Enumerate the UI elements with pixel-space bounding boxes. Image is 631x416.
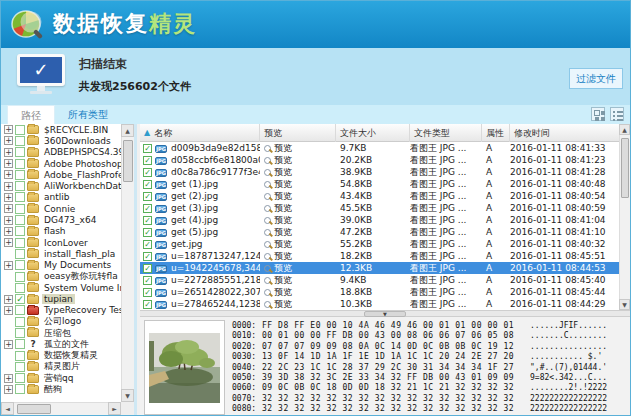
file-row[interactable]: ✓ JPG d058ccbf6e81800a0... 预览 20.2KB 看图王…: [140, 154, 619, 166]
sidebar-folder-item[interactable]: + Adobe_FlashProfes: [1, 169, 121, 180]
sidebar-horizontal-scrollbar[interactable]: ◄ ►: [1, 402, 121, 415]
sidebar-folder-item[interactable]: + $RECYCLE.BIN: [1, 124, 121, 135]
folder-checkbox[interactable]: [15, 362, 25, 372]
folder-checkbox[interactable]: [15, 384, 25, 394]
expand-icon[interactable]: +: [4, 204, 13, 213]
file-row[interactable]: ✓ JPG u=2651428022,3070... 预览 18.8KB 看图王…: [140, 286, 619, 298]
folder-checkbox[interactable]: [15, 272, 25, 282]
list-view-icon[interactable]: [610, 107, 624, 121]
file-row[interactable]: ✓ JPG u=278465244,12382... 预览 10.3KB 看图王…: [140, 298, 619, 310]
file-row[interactable]: ✓ JPG get (4).jpg 预览 39.0KB 看图王 JPG ... …: [140, 214, 619, 226]
column-header-size[interactable]: 文件大小: [336, 124, 410, 142]
file-checkbox[interactable]: ✓: [143, 204, 152, 213]
file-checkbox[interactable]: ✓: [143, 276, 152, 285]
folder-checkbox[interactable]: [15, 238, 25, 248]
scroll-up-icon[interactable]: ▲: [121, 124, 134, 137]
folder-checkbox[interactable]: [15, 147, 25, 157]
expand-icon[interactable]: +: [4, 261, 13, 270]
scrollbar-thumb[interactable]: [17, 404, 51, 414]
file-checkbox[interactable]: ✓: [143, 252, 152, 261]
file-row[interactable]: ✓ JPG get (1).jpg 预览 54.8KB 看图王 JPG ... …: [140, 178, 619, 190]
sidebar-folder-item[interactable]: + 酷狗: [1, 384, 121, 395]
minimize-button[interactable]: [558, 5, 574, 19]
scrollbar-thumb[interactable]: [621, 138, 629, 198]
file-checkbox[interactable]: ✓: [143, 156, 152, 165]
folder-checkbox[interactable]: [15, 339, 25, 349]
expand-icon[interactable]: +: [4, 295, 13, 304]
scroll-down-icon[interactable]: ▼: [121, 389, 134, 402]
folder-checkbox[interactable]: [15, 305, 25, 315]
sidebar-folder-item[interactable]: + antlib: [1, 192, 121, 203]
grid-view-icon[interactable]: [591, 107, 605, 121]
expand-icon[interactable]: +: [4, 385, 13, 394]
expand-icon[interactable]: +: [4, 159, 13, 168]
sidebar-folder-item[interactable]: + Adobe Photoshop (: [1, 158, 121, 169]
scroll-down-icon[interactable]: ▼: [619, 299, 630, 310]
sidebar-folder-item[interactable]: + AliWorkbenchData: [1, 180, 121, 191]
file-row[interactable]: ✓ JPG d009b3da9e82d1584... 预览 9.7KB 看图王 …: [140, 142, 619, 154]
file-row[interactable]: ✓ JPG u=1942245678,3443... 预览 12.3KB 看图王…: [140, 262, 619, 274]
sidebar-vertical-scrollbar[interactable]: ▲ ▼: [121, 124, 134, 402]
folder-checkbox[interactable]: [15, 283, 25, 293]
expand-icon[interactable]: +: [4, 374, 13, 383]
folder-checkbox[interactable]: [15, 260, 25, 270]
column-header-attr[interactable]: 属性: [482, 124, 510, 142]
column-header-preview[interactable]: 预览: [260, 124, 336, 142]
tab-all-types[interactable]: 所有类型: [57, 105, 119, 124]
scroll-up-icon[interactable]: ▲: [619, 124, 630, 135]
sidebar-folder-item[interactable]: System Volume Inf: [1, 282, 121, 293]
expand-icon[interactable]: +: [4, 238, 13, 247]
sidebar-folder-item[interactable]: + IconLover: [1, 237, 121, 248]
expand-icon[interactable]: +: [4, 193, 13, 202]
file-checkbox[interactable]: ✓: [143, 264, 152, 273]
folder-checkbox[interactable]: [15, 351, 25, 361]
folder-checkbox[interactable]: [15, 125, 25, 135]
folder-checkbox[interactable]: [15, 170, 25, 180]
file-checkbox[interactable]: ✓: [143, 300, 152, 309]
sidebar-folder-item[interactable]: install_flash_pla: [1, 248, 121, 259]
sidebar-folder-item[interactable]: + flash: [1, 226, 121, 237]
folder-checkbox[interactable]: [15, 373, 25, 383]
table-vertical-scrollbar[interactable]: ▲ ▼: [619, 124, 630, 310]
expand-icon[interactable]: +: [4, 182, 13, 191]
file-row[interactable]: ✓ JPG get (3).jpg 预览 45.5KB 看图王 JPG ... …: [140, 202, 619, 214]
expand-icon[interactable]: +: [4, 340, 13, 349]
folder-checkbox[interactable]: [15, 136, 25, 146]
sidebar-folder-item[interactable]: + Connie: [1, 203, 121, 214]
file-checkbox[interactable]: ✓: [143, 240, 152, 249]
sidebar-folder-item[interactable]: oeasy教你玩转fla: [1, 271, 121, 282]
scrollbar-thumb[interactable]: [123, 140, 133, 182]
maximize-button[interactable]: [582, 5, 598, 19]
scroll-right-icon[interactable]: ►: [108, 402, 121, 415]
filter-files-button[interactable]: 过滤文件: [569, 68, 623, 89]
folder-checkbox[interactable]: [15, 226, 25, 236]
column-header-type[interactable]: 文件类型: [410, 124, 482, 142]
file-checkbox[interactable]: ✓: [143, 144, 152, 153]
folder-checkbox[interactable]: ✓: [15, 294, 25, 304]
scroll-left-icon[interactable]: ◄: [1, 402, 14, 415]
file-checkbox[interactable]: ✓: [143, 216, 152, 225]
expand-icon[interactable]: +: [4, 227, 13, 236]
folder-checkbox[interactable]: [15, 328, 25, 338]
sidebar-folder-item[interactable]: + 360Downloads: [1, 135, 121, 146]
folder-checkbox[interactable]: [15, 215, 25, 225]
expand-icon[interactable]: +: [4, 216, 13, 225]
sidebar-folder-item[interactable]: + ADBEPHSPCS4.3940G: [1, 147, 121, 158]
expand-icon[interactable]: +: [4, 148, 13, 157]
file-checkbox[interactable]: ✓: [143, 192, 152, 201]
expand-icon[interactable]: +: [4, 306, 13, 315]
file-checkbox[interactable]: ✓: [143, 180, 152, 189]
folder-checkbox[interactable]: [15, 317, 25, 327]
file-checkbox[interactable]: ✓: [143, 168, 152, 177]
sidebar-folder-item[interactable]: + ✓ tupian: [1, 293, 121, 304]
column-header-time[interactable]: 修改时间: [510, 124, 619, 142]
file-row[interactable]: ✓ JPG get (5).jpg 预览 47.2KB 看图王 JPG ... …: [140, 226, 619, 238]
column-header-name[interactable]: ▲名称: [140, 124, 260, 142]
tab-path[interactable]: 路径: [7, 105, 55, 124]
file-checkbox[interactable]: ✓: [143, 288, 152, 297]
folder-checkbox[interactable]: [15, 181, 25, 191]
expand-icon[interactable]: +: [4, 170, 13, 179]
menu-dropdown-button[interactable]: [534, 5, 550, 19]
folder-checkbox[interactable]: [15, 159, 25, 169]
file-checkbox[interactable]: ✓: [143, 228, 152, 237]
